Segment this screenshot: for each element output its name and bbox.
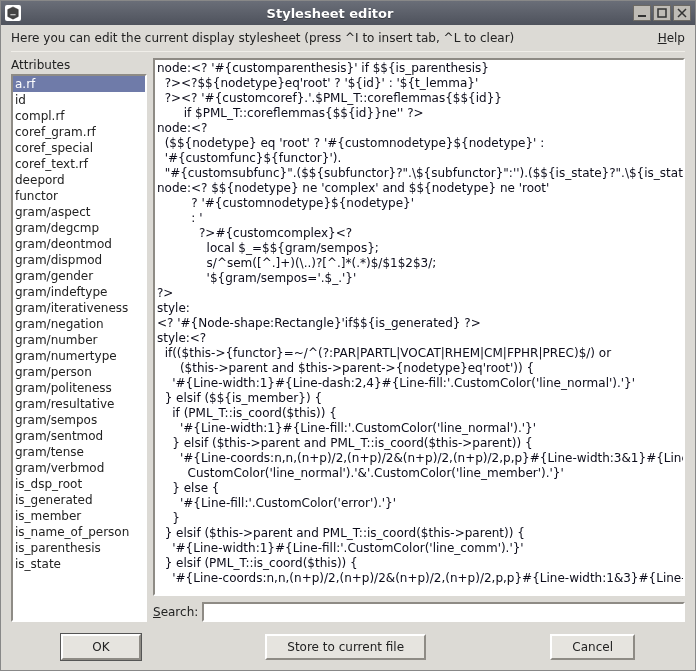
list-item[interactable]: functor xyxy=(13,188,145,204)
list-item[interactable]: gram/iterativeness xyxy=(13,300,145,316)
list-item[interactable]: is_state xyxy=(13,556,145,572)
close-button[interactable] xyxy=(673,5,691,21)
list-item[interactable]: id xyxy=(13,92,145,108)
list-item[interactable]: is_generated xyxy=(13,492,145,508)
list-item[interactable]: deepord xyxy=(13,172,145,188)
editor-wrap xyxy=(153,58,685,596)
window-controls xyxy=(633,5,691,21)
titlebar: Stylesheet editor xyxy=(1,1,695,25)
attributes-label: Attributes xyxy=(11,58,147,72)
list-item[interactable]: coref_gram.rf xyxy=(13,124,145,140)
list-item[interactable]: coref_text.rf xyxy=(13,156,145,172)
list-item[interactable]: a.rf xyxy=(13,76,145,92)
ok-button[interactable]: OK xyxy=(61,634,141,660)
main-area: Attributes a.rfidcompl.rfcoref_gram.rfco… xyxy=(1,52,695,626)
svg-rect-0 xyxy=(638,15,646,17)
list-item[interactable]: gram/person xyxy=(13,364,145,380)
attributes-panel: Attributes a.rfidcompl.rfcoref_gram.rfco… xyxy=(11,58,147,622)
list-item[interactable]: gram/politeness xyxy=(13,380,145,396)
list-item[interactable]: gram/negation xyxy=(13,316,145,332)
list-item[interactable]: gram/dispmod xyxy=(13,252,145,268)
list-item[interactable]: gram/aspect xyxy=(13,204,145,220)
editor-panel: Search: xyxy=(153,58,685,622)
list-item[interactable]: gram/deontmod xyxy=(13,236,145,252)
svg-rect-1 xyxy=(658,9,666,17)
list-item[interactable]: is_dsp_root xyxy=(13,476,145,492)
list-item[interactable]: gram/numertype xyxy=(13,348,145,364)
maximize-button[interactable] xyxy=(653,5,671,21)
hint-text: Here you can edit the current display st… xyxy=(11,31,658,45)
stylesheet-editor-window: Stylesheet editor Here you can edit the … xyxy=(0,0,696,671)
list-item[interactable]: gram/sempos xyxy=(13,412,145,428)
list-item[interactable]: is_member xyxy=(13,508,145,524)
attributes-listbox[interactable]: a.rfidcompl.rfcoref_gram.rfcoref_special… xyxy=(13,76,145,620)
minimize-button[interactable] xyxy=(633,5,651,21)
store-button[interactable]: Store to current file xyxy=(265,634,426,660)
list-item[interactable]: is_name_of_person xyxy=(13,524,145,540)
search-input[interactable] xyxy=(202,602,685,622)
list-item[interactable]: gram/indeftype xyxy=(13,284,145,300)
search-row: Search: xyxy=(153,602,685,622)
search-label: Search: xyxy=(153,605,198,619)
list-item[interactable]: gram/number xyxy=(13,332,145,348)
cancel-button[interactable]: Cancel xyxy=(550,634,635,660)
list-item[interactable]: compl.rf xyxy=(13,108,145,124)
list-item[interactable]: coref_special xyxy=(13,140,145,156)
hint-bar: Here you can edit the current display st… xyxy=(1,25,695,49)
list-item[interactable]: gram/sentmod xyxy=(13,428,145,444)
window-title: Stylesheet editor xyxy=(27,6,633,21)
app-icon xyxy=(5,5,21,21)
list-item[interactable]: gram/gender xyxy=(13,268,145,284)
list-item[interactable]: gram/tense xyxy=(13,444,145,460)
button-bar: OK Store to current file Cancel xyxy=(1,626,695,670)
attributes-listbox-wrap: a.rfidcompl.rfcoref_gram.rfcoref_special… xyxy=(11,74,147,622)
list-item[interactable]: gram/degcmp xyxy=(13,220,145,236)
help-link[interactable]: Help xyxy=(658,31,685,45)
stylesheet-editor-textarea[interactable] xyxy=(155,60,683,594)
list-item[interactable]: gram/resultative xyxy=(13,396,145,412)
list-item[interactable]: is_parenthesis xyxy=(13,540,145,556)
list-item[interactable]: gram/verbmod xyxy=(13,460,145,476)
